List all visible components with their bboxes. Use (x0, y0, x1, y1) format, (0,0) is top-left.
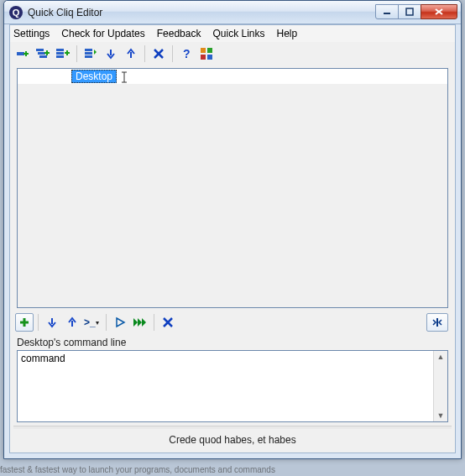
svg-rect-19 (85, 55, 92, 58)
menu-feedback[interactable]: Feedback (157, 28, 201, 39)
duplicate-button[interactable] (81, 44, 100, 63)
options-button[interactable] (197, 44, 216, 63)
add-command-button[interactable] (15, 313, 34, 332)
toolbar-separator (154, 314, 154, 331)
add-item-icon (16, 47, 29, 60)
add-item-button[interactable] (13, 44, 32, 63)
arrow-up-icon (66, 316, 78, 328)
svg-text:>_: >_ (84, 316, 96, 328)
footer-motto: Crede quod habes, et habes (10, 429, 455, 452)
svg-rect-9 (39, 55, 47, 58)
run-all-button[interactable] (131, 313, 149, 332)
duplicate-icon (84, 47, 97, 60)
scroll-down-icon[interactable]: ▼ (437, 410, 445, 421)
add-separator-icon (56, 47, 70, 60)
titlebar[interactable]: Q Quick Cliq Editor (4, 1, 461, 24)
scroll-up-icon[interactable]: ▲ (437, 351, 445, 363)
app-window: Q Quick Cliq Editor Settings Check for U… (3, 0, 462, 459)
tree-view[interactable]: Desktop (17, 68, 448, 308)
run-button[interactable] (111, 313, 129, 332)
svg-rect-1 (406, 8, 413, 15)
close-button[interactable] (421, 4, 457, 19)
command-toolbar: >_ (10, 308, 455, 335)
svg-rect-17 (85, 49, 92, 51)
close-icon (434, 8, 444, 16)
help-icon: ? (180, 48, 192, 60)
menu-bar: Settings Check for Updates Feedback Quic… (10, 25, 455, 42)
svg-rect-23 (201, 48, 206, 53)
delete-icon (153, 48, 165, 60)
maximize-button[interactable] (398, 4, 421, 19)
prompt-dropdown-icon: >_ (84, 316, 101, 328)
clear-command-button[interactable] (159, 313, 177, 332)
svg-rect-18 (85, 52, 92, 55)
delete-button[interactable] (149, 44, 168, 63)
toolbar-separator (172, 45, 173, 62)
help-button[interactable]: ? (177, 44, 196, 63)
scrollbar[interactable]: ▲ ▼ (433, 351, 447, 421)
collapse-panel-button[interactable] (426, 313, 448, 332)
svg-rect-4 (17, 52, 24, 55)
maximize-icon (405, 8, 414, 16)
svg-rect-32 (436, 318, 438, 327)
window-title: Quick Cliq Editor (28, 7, 376, 18)
menu-quick-links[interactable]: Quick Links (212, 28, 264, 39)
add-folder-button[interactable] (34, 44, 52, 63)
svg-rect-24 (207, 48, 212, 53)
background-text: fastest & fastest way to launch your pro… (0, 465, 275, 474)
cmd-move-down-button[interactable] (43, 313, 61, 332)
svg-text:?: ? (183, 47, 191, 60)
menu-help[interactable]: Help (276, 28, 297, 39)
collapse-icon (431, 318, 444, 327)
svg-rect-26 (207, 55, 212, 60)
toolbar-separator (38, 314, 39, 331)
move-up-button[interactable] (122, 44, 140, 63)
command-text[interactable]: command (18, 351, 433, 421)
arrow-down-icon (105, 48, 117, 60)
minimize-icon (383, 8, 391, 16)
run-menu-button[interactable]: >_ (83, 313, 102, 332)
move-down-button[interactable] (102, 44, 120, 63)
app-icon: Q (9, 6, 23, 19)
menu-check-updates[interactable]: Check for Updates (61, 28, 144, 39)
add-folder-icon (36, 47, 50, 60)
minimize-button[interactable] (375, 4, 399, 19)
svg-rect-12 (56, 49, 64, 51)
command-line-label: Desktop's command line (17, 337, 448, 348)
options-icon (200, 47, 213, 60)
svg-rect-14 (56, 55, 64, 58)
svg-rect-8 (38, 52, 45, 55)
toolbar-separator (76, 45, 77, 62)
cmd-move-up-button[interactable] (63, 313, 81, 332)
fast-forward-icon (133, 317, 148, 327)
arrow-down-icon (46, 316, 58, 328)
window-buttons (376, 4, 457, 21)
toolbar-separator (144, 45, 145, 62)
arrow-up-icon (125, 48, 137, 60)
svg-rect-13 (56, 52, 64, 55)
plus-icon (19, 317, 29, 327)
text-cursor-icon (120, 71, 128, 86)
delete-icon (162, 316, 174, 328)
tree-row: Desktop (18, 69, 447, 84)
main-toolbar: ? (10, 42, 455, 66)
play-icon (115, 317, 125, 327)
command-textarea[interactable]: command ▲ ▼ (17, 350, 448, 422)
menu-settings[interactable]: Settings (13, 28, 50, 39)
svg-rect-7 (36, 49, 44, 51)
svg-rect-25 (201, 55, 206, 60)
tree-item-desktop[interactable]: Desktop (71, 70, 117, 83)
add-separator-button[interactable] (54, 44, 72, 63)
toolbar-separator (106, 314, 107, 331)
